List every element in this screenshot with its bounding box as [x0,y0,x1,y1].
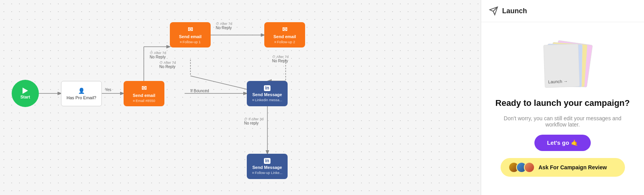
email-followup2-sublabel: ≡ Follow-up 2 [274,40,295,44]
linkedin2-node[interactable]: in Send Message ≡ Follow-up Linke... [247,154,288,179]
edge-after7d-2: ⏱ After 7d No Reply [216,21,232,30]
email-followup1-label: Send email [179,34,201,39]
linkedin2-sublabel: ≡ Follow-up Linke... [252,171,283,175]
launch-icon [489,6,498,16]
edge-after7d-3: ⏱ After 7d No Reply [159,60,176,69]
linkedin1-sublabel: ≡ Linkedin messa... [252,98,282,102]
start-label: Start [20,95,30,99]
start-node[interactable]: Start [12,80,39,107]
ready-subtitle: Don't worry, you can still edit your mes… [493,115,632,128]
email-main-label: Send email [133,93,155,98]
linkedin1-icon: in [264,85,271,91]
linkedin1-node[interactable]: in Send Message ≡ Linkedin messa... [247,81,288,106]
avatar-group [508,162,535,173]
email-followup2-label: Send email [273,34,296,39]
condition-icon: 👤 [78,88,85,94]
panel-header: Launch [481,0,644,22]
email-followup2-icon: ✉ [282,26,287,33]
condition-node[interactable]: 👤 Has Pro Email? [61,81,102,106]
right-panel: Launch Launch → Ready to launch your cam… [481,0,644,195]
edge-after3d: ⏱ If After 3d No reply [244,117,264,125]
lets-go-label: Let's go 🤙 [547,139,578,146]
panel-title: Launch [502,7,527,15]
email-main-icon: ✉ [141,84,147,92]
edge-after7d-4: ⏱ After 7d No Reply [272,54,289,63]
launch-card-label: Launch → [548,79,568,84]
linkedin2-label: Send Message [252,165,282,170]
linkedin2-icon: in [264,158,271,164]
email-followup2-node[interactable]: ✉ Send email ≡ Follow-up 2 [264,22,305,47]
email-followup1-icon: ✉ [188,26,193,33]
launch-illustration: Launch → [528,40,598,87]
email-main-node[interactable]: ✉ Send email ≡ Email #8550 [124,81,164,106]
condition-label: Has Pro Email? [66,95,96,100]
workflow-canvas: Start 👤 Has Pro Email? Yes ✉ Send email … [0,0,481,195]
email-main-sublabel: ≡ Email #8550 [133,99,155,103]
edge-after7d-1: ⏱ After 7d No Reply [150,51,166,59]
panel-body: Launch → Ready to launch your campaign? … [481,22,644,195]
lets-go-button[interactable]: Let's go 🤙 [534,135,590,151]
avatar-3 [524,162,535,173]
edge-if-bounced: If Bounced [190,89,209,93]
email-followup1-node[interactable]: ✉ Send email ≡ Follow-up 1 [170,22,211,47]
review-button[interactable]: Ask For Campaign Review [501,158,625,177]
email-followup1-sublabel: ≡ Follow-up 1 [180,40,201,44]
linkedin1-label: Send Message [252,92,282,97]
ready-title: Ready to launch your campaign? [496,98,630,108]
card-stack: Launch → [536,42,590,85]
play-icon [23,88,28,94]
edge-yes: Yes [105,88,111,92]
stack-card-4: Launch → [543,44,580,88]
review-label: Ask For Campaign Review [539,164,607,170]
